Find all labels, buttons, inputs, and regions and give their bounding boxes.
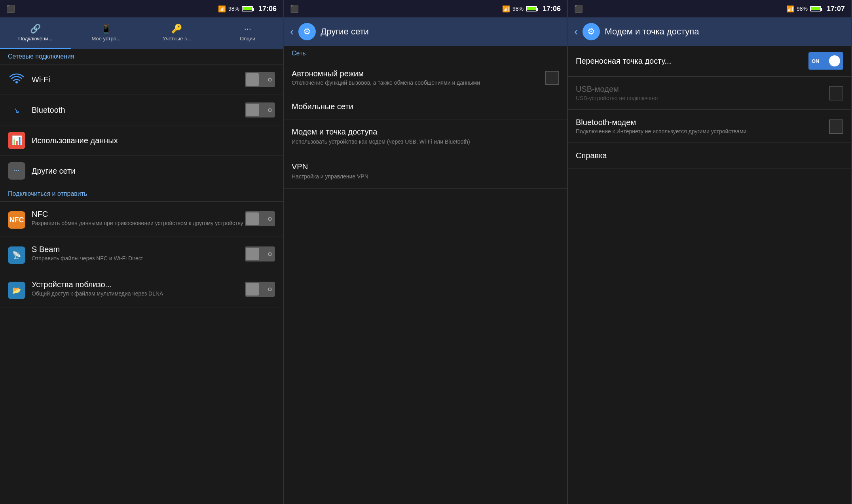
data-usage-item[interactable]: 📊 Использование данных xyxy=(0,125,283,156)
sbeam-toggle[interactable]: O xyxy=(245,246,275,261)
tab-accounts[interactable]: 🔑 Учетные з... xyxy=(142,17,213,49)
panel-other-nets: ⬛ 📶 98% 17:06 ‹ ⚙ Другие сети Сеть Автон… xyxy=(284,0,568,504)
sbeam-icon: 📡 xyxy=(8,246,25,264)
mobile-nets-title: Мобильные сети xyxy=(292,102,559,111)
options-icon: ··· xyxy=(244,24,251,34)
hotspot-item[interactable]: Переносная точка досту... ON xyxy=(568,46,851,76)
hotspot-text: Переносная точка досту... xyxy=(576,57,808,66)
section-connect-send: Подключиться и отправить xyxy=(0,186,283,202)
nearby-item[interactable]: 📂 Устройства поблизо... Общий доступ к ф… xyxy=(0,272,283,307)
bt-modem-title: Bluetooth-модем xyxy=(576,118,823,127)
sbeam-item[interactable]: 📡 S Beam Отправить файлы через NFC и Wi-… xyxy=(0,237,283,272)
autonomous-subtitle: Отключение функций вызовов, а также обме… xyxy=(292,80,539,86)
mobile-nets-item[interactable]: Мобильные сети xyxy=(284,94,567,119)
wifi-toggle[interactable]: O xyxy=(245,72,275,87)
hotspot-toggle[interactable]: ON xyxy=(808,52,843,70)
nearby-title: Устройства поблизо... xyxy=(32,280,245,289)
hotspot-title: Переносная точка досту... xyxy=(576,57,808,66)
tab-my-device[interactable]: 📱 Мое устро... xyxy=(71,17,142,49)
other-nets-icon: ··· xyxy=(8,162,25,180)
tab-options-label: Опции xyxy=(240,36,255,42)
modem-item[interactable]: Модем и точка доступа Использовать устро… xyxy=(284,119,567,154)
nearby-text: Устройства поблизо... Общий доступ к фай… xyxy=(32,280,245,297)
panel1-content: Сетевые подключения Wi-Fi O ⭏ xyxy=(0,49,283,504)
top-tabs: 🔗 Подключени... 📱 Мое устро... 🔑 Учетные… xyxy=(0,17,283,49)
page-title-2: Другие сети xyxy=(321,27,368,37)
sbeam-text: S Beam Отправить файлы через NFC и Wi-Fi… xyxy=(32,245,245,261)
back-button-3[interactable]: ‹ xyxy=(574,25,578,38)
time-3: 17:07 xyxy=(827,5,845,13)
device-icon: 📱 xyxy=(101,24,112,34)
nfc-subtitle: Разрешить обмен данными при прикосновени… xyxy=(32,220,245,226)
nearby-toggle[interactable]: O xyxy=(245,282,275,297)
other-nets-title: Другие сети xyxy=(32,167,275,176)
battery-percent-3: 98% xyxy=(797,6,808,12)
usb-modem-checkbox[interactable] xyxy=(829,86,843,100)
other-nets-item[interactable]: ··· Другие сети xyxy=(0,156,283,186)
nearby-subtitle: Общий доступ к файлам мультимедиа через … xyxy=(32,290,245,297)
sbeam-subtitle: Отправить файлы через NFC и Wi-Fi Direct xyxy=(32,255,245,261)
nfc-icon: NFC xyxy=(8,211,25,229)
image-icon-2: ⬛ xyxy=(290,4,299,13)
tab-connections[interactable]: 🔗 Подключени... xyxy=(0,17,71,49)
autonomous-item[interactable]: Автономный режим Отключение функций вызо… xyxy=(284,61,567,94)
back-button-2[interactable]: ‹ xyxy=(290,25,294,38)
time-1: 17:06 xyxy=(258,5,277,13)
bluetooth-item[interactable]: ⭏ Bluetooth O xyxy=(0,95,283,125)
gear-icon-2: ⚙ xyxy=(298,23,316,40)
usb-modem-item[interactable]: USB-модем USB-устройство не подключено xyxy=(568,77,851,110)
status-bar-3: ⬛ 📶 98% 17:07 xyxy=(568,0,851,17)
battery-percent-1: 98% xyxy=(228,6,239,12)
wifi-text: Wi-Fi xyxy=(32,75,245,84)
bluetooth-text: Bluetooth xyxy=(32,106,245,115)
panel-modem-hotspot: ⬛ 📶 98% 17:07 ‹ ⚙ Модем и точка доступа … xyxy=(568,0,852,504)
status-bar-2: ⬛ 📶 98% 17:06 xyxy=(284,0,567,17)
signal-bars-icon-3: 📶 xyxy=(786,5,794,13)
data-usage-title: Использование данных xyxy=(32,136,275,145)
battery-icon-2 xyxy=(526,6,537,11)
image-icon: ⬛ xyxy=(6,4,15,13)
vpn-item[interactable]: VPN Настройка и управление VPN xyxy=(284,154,567,189)
modem-title: Модем и точка доступа xyxy=(292,127,559,136)
wifi-item[interactable]: Wi-Fi O xyxy=(0,64,283,95)
tab-accounts-label: Учетные з... xyxy=(163,36,191,42)
bt-modem-checkbox[interactable] xyxy=(829,119,843,134)
panel-connections: ⬛ 📶 98% 17:06 🔗 Подключени... 📱 Мое устр… xyxy=(0,0,284,504)
panel2-content: Сеть Автономный режим Отключение функций… xyxy=(284,46,567,504)
bluetooth-toggle[interactable]: O xyxy=(245,102,275,117)
tab-options[interactable]: ··· Опции xyxy=(212,17,283,49)
help-item[interactable]: Справка xyxy=(568,143,851,169)
panel3-content: Переносная точка досту... ON USB-модем U… xyxy=(568,46,851,504)
bluetooth-title: Bluetooth xyxy=(32,106,245,115)
autonomous-checkbox[interactable] xyxy=(545,71,559,85)
bt-modem-text: Bluetooth-модем Подключение к Интернету … xyxy=(576,118,829,135)
sbeam-title: S Beam xyxy=(32,245,245,254)
accounts-icon: 🔑 xyxy=(171,24,182,34)
nfc-toggle[interactable]: O xyxy=(245,211,275,226)
nearby-icon: 📂 xyxy=(8,282,25,299)
connections-icon: 🔗 xyxy=(30,24,41,34)
bt-modem-item[interactable]: Bluetooth-модем Подключение к Интернету … xyxy=(568,110,851,143)
wifi-title: Wi-Fi xyxy=(32,75,245,84)
wifi-icon xyxy=(8,71,25,88)
bt-modem-subtitle: Подключение к Интернету не используется … xyxy=(576,128,823,135)
tab-connections-label: Подключени... xyxy=(18,36,52,42)
battery-icon-3 xyxy=(810,6,821,11)
battery-icon-1 xyxy=(242,6,253,11)
autonomous-title: Автономный режим xyxy=(292,69,539,78)
bluetooth-icon: ⭏ xyxy=(8,101,25,119)
signal-bars-icon: 📶 xyxy=(218,5,226,13)
battery-percent-2: 98% xyxy=(512,6,524,12)
section-network: Сетевые подключения xyxy=(0,49,283,64)
gear-icon-3: ⚙ xyxy=(583,23,600,40)
usb-modem-title: USB-модем xyxy=(576,85,823,94)
usb-modem-subtitle: USB-устройство не подключено xyxy=(576,95,823,101)
section-net: Сеть xyxy=(284,46,567,61)
other-nets-text: Другие сети xyxy=(32,167,275,176)
time-2: 17:06 xyxy=(543,5,561,13)
nfc-item[interactable]: NFC NFC Разрешить обмен данными при прик… xyxy=(0,202,283,237)
panel3-header: ‹ ⚙ Модем и точка доступа xyxy=(568,17,851,46)
image-icon-3: ⬛ xyxy=(574,4,583,13)
vpn-subtitle: Настройка и управление VPN xyxy=(292,173,559,181)
data-usage-text: Использование данных xyxy=(32,136,275,145)
